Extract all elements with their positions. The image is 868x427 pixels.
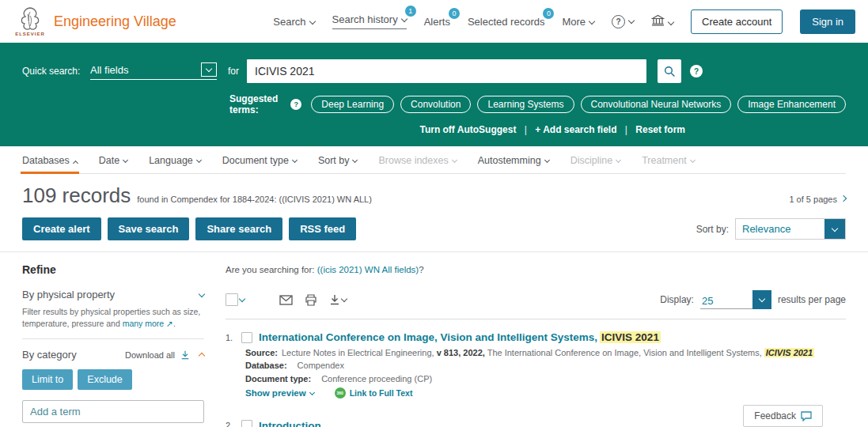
- tab-language[interactable]: Language: [149, 155, 201, 166]
- tab-discipline: Discipline: [570, 155, 621, 166]
- result-title-link[interactable]: Introduction: [259, 420, 321, 427]
- chevron-down-icon: [292, 157, 298, 163]
- sort-by-label: Sort by:: [696, 224, 729, 235]
- search-icon: [664, 66, 676, 77]
- physical-property-description: Filter results by physical properties su…: [22, 306, 204, 329]
- pagination[interactable]: 1 of 5 pages: [789, 195, 846, 204]
- email-icon[interactable]: [279, 295, 293, 305]
- select-options-chevron-icon[interactable]: [239, 296, 245, 302]
- sort-dropdown-button[interactable]: [824, 219, 845, 239]
- chevron-down-icon: [309, 390, 315, 395]
- by-physical-property-header[interactable]: By physical property: [22, 289, 204, 300]
- download-menu[interactable]: [329, 294, 347, 305]
- chevron-down-icon: [199, 290, 205, 297]
- rss-feed-button[interactable]: RSS feed: [289, 217, 356, 240]
- result-number: 1.: [226, 333, 235, 342]
- sort-by-select[interactable]: Relevance: [735, 218, 846, 240]
- highlighted-term: ICIVIS 2021: [764, 348, 814, 357]
- chevron-down-icon: [690, 157, 696, 163]
- result-checkbox[interactable]: [241, 420, 252, 427]
- search-help-icon[interactable]: ?: [690, 65, 703, 77]
- suggested-terms-help-icon[interactable]: ?: [290, 99, 301, 110]
- save-search-button[interactable]: Save search: [108, 217, 190, 240]
- feedback-button[interactable]: Feedback: [743, 405, 823, 427]
- tab-date[interactable]: Date: [99, 155, 127, 166]
- searching-for-link[interactable]: ((icis 2021) WN All fields): [317, 265, 419, 274]
- tab-sort-by[interactable]: Sort by: [318, 155, 358, 166]
- create-alert-button[interactable]: Create alert: [22, 217, 101, 240]
- sign-in-button[interactable]: Sign in: [800, 9, 855, 34]
- share-search-button[interactable]: Share search: [195, 217, 282, 240]
- exclude-button[interactable]: Exclude: [78, 369, 131, 390]
- header-nav: Search Search history 1 Alerts 0 Selecte…: [273, 9, 855, 34]
- full-text-link[interactable]: 360 Link to Full Text: [335, 387, 413, 399]
- reset-form-link[interactable]: Reset form: [635, 124, 685, 135]
- result-doctype: Document type:Conference proceeding (CP): [245, 373, 846, 384]
- nav-search-history[interactable]: Search history 1: [332, 13, 407, 29]
- results-per-page-suffix: results per page: [778, 294, 846, 305]
- refine-title: Refine: [22, 263, 204, 276]
- nav-more[interactable]: More: [562, 16, 594, 28]
- nav-alerts[interactable]: Alerts 0: [424, 16, 450, 28]
- tab-autostemming[interactable]: Autostemming: [478, 155, 549, 166]
- select-all-checkbox[interactable]: [226, 293, 238, 306]
- tab-document-type[interactable]: Document type: [222, 155, 297, 166]
- result-title-link[interactable]: International Conference on Image, Visio…: [259, 331, 661, 343]
- search-field-select[interactable]: All fields: [90, 62, 217, 80]
- result-database: Database:Compendex: [245, 360, 846, 371]
- download-all-label[interactable]: Download all: [125, 350, 175, 360]
- suggested-term-chip[interactable]: Convolution: [400, 96, 471, 113]
- create-account-button[interactable]: Create account: [691, 9, 783, 34]
- app-title: Engineering Village: [54, 13, 176, 30]
- by-category-header[interactable]: By category Download all: [22, 349, 204, 361]
- download-icon: [329, 294, 340, 305]
- select-chevron-box[interactable]: [201, 62, 217, 77]
- result-checkbox[interactable]: [241, 332, 252, 343]
- elsevier-logo[interactable]: ELSEVIER: [14, 6, 46, 36]
- search-input[interactable]: [247, 59, 646, 83]
- chevron-down-icon: [400, 16, 407, 22]
- chevron-down-icon: [309, 17, 315, 24]
- download-icon[interactable]: [180, 350, 190, 360]
- nav-search[interactable]: Search: [273, 16, 314, 28]
- turn-off-autosuggest-link[interactable]: Turn off AutoSuggest: [419, 124, 516, 135]
- result-number: 2.: [226, 421, 235, 427]
- nav-selected-records[interactable]: Selected records 0: [468, 16, 545, 28]
- record-count-detail: found in Compendex for 1884-2024: ((ICIV…: [137, 195, 372, 204]
- nav-institution[interactable]: [651, 14, 673, 28]
- limit-to-button[interactable]: Limit to: [22, 369, 73, 390]
- separator: |: [525, 124, 527, 135]
- results-per-page-select[interactable]: 25: [700, 290, 771, 309]
- result-item: 1. International Conference on Image, Vi…: [226, 331, 846, 399]
- nav-help[interactable]: ?: [612, 15, 634, 28]
- sort-by-value: Relevance: [736, 223, 824, 235]
- many-more-link[interactable]: many more ↗: [123, 319, 173, 328]
- show-preview-link[interactable]: Show preview: [245, 387, 314, 399]
- display-dropdown-button[interactable]: [752, 290, 771, 309]
- quick-search-panel: Quick search: All fields for ? Suggested…: [0, 43, 868, 146]
- search-submit-button[interactable]: [658, 59, 681, 83]
- chevron-down-icon: [628, 17, 635, 23]
- divider: [22, 338, 204, 339]
- add-search-field-link[interactable]: + Add search field: [535, 124, 616, 135]
- tab-databases[interactable]: Databases: [22, 155, 78, 166]
- next-page-icon[interactable]: [840, 195, 847, 202]
- print-icon[interactable]: [305, 294, 317, 306]
- help-icon: ?: [612, 15, 625, 28]
- searching-for-suggestion: Are you searching for: ((icis 2021) WN A…: [226, 265, 846, 274]
- search-history-badge: 1: [405, 6, 416, 17]
- suggested-terms-label: Suggested terms:: [229, 93, 285, 115]
- chevron-down-icon: [206, 66, 212, 72]
- suggested-term-chip[interactable]: Convolutional Neural Networks: [581, 96, 732, 113]
- chevron-down-icon: [589, 17, 595, 24]
- chevron-down-icon: [544, 157, 550, 163]
- suggested-term-chip[interactable]: Image Enhancement: [737, 96, 846, 113]
- chevron-down-icon: [341, 296, 347, 302]
- elsevier-wordmark: ELSEVIER: [14, 32, 46, 36]
- add-term-input[interactable]: [22, 400, 204, 423]
- collapse-icon[interactable]: [199, 353, 205, 359]
- suggested-term-chip[interactable]: Deep Learning: [311, 96, 394, 113]
- suggested-term-chip[interactable]: Learning Systems: [477, 96, 574, 113]
- chevron-down-icon: [452, 157, 457, 163]
- filter-bar: Databases Date Language Document type So…: [0, 146, 868, 174]
